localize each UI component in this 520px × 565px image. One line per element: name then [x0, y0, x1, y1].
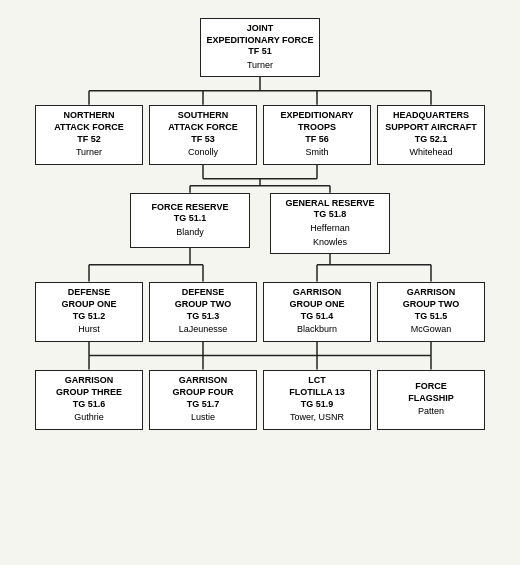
- node-line1: GARRISON: [407, 287, 456, 299]
- node-garrison-group-three: GARRISON GROUP THREE TG 51.6 Guthrie: [35, 370, 143, 430]
- node-lct-flotilla: LCT FLOTILLA 13 TG 51.9 Tower, USNR: [263, 370, 371, 430]
- node-commander: Hurst: [78, 324, 100, 336]
- node-line2: GROUP TWO: [175, 299, 231, 311]
- node-expeditionary-troops: EXPEDITIONARY TROOPS TF 56 Smith: [263, 105, 371, 165]
- l5-item-3: FORCE FLAGSHIP Patten: [377, 370, 485, 430]
- node-line1: FORCE RESERVE: [152, 202, 229, 214]
- node-line3: TG 51.5: [415, 311, 448, 323]
- node-commander: LaJeunesse: [179, 324, 228, 336]
- node-line2: ATTACK FORCE: [168, 122, 238, 134]
- node-joint-force: JOINT EXPEDITIONARY FORCE TF 51 Turner: [200, 18, 320, 77]
- node-line3: TG 51.3: [187, 311, 220, 323]
- l4-item-3: GARRISON GROUP TWO TG 51.5 McGowan: [377, 282, 485, 342]
- node-line3: TG 51.9: [301, 399, 334, 411]
- node-line3: TG 52.1: [415, 134, 448, 146]
- node-line2: GROUP FOUR: [173, 387, 234, 399]
- l2-item-3: HEADQUARTERS SUPPORT AIRCRAFT TG 52.1 Wh…: [377, 105, 485, 165]
- node-line1: DEFENSE: [182, 287, 225, 299]
- node-commander: Turner: [247, 60, 273, 72]
- node-line2: FLAGSHIP: [408, 393, 454, 405]
- node-commander: Turner: [76, 147, 102, 159]
- l4-item-1: DEFENSE GROUP TWO TG 51.3 LaJeunesse: [149, 282, 257, 342]
- node-commander: Patten: [418, 406, 444, 418]
- node-line3: TG 51.2: [73, 311, 106, 323]
- l5-item-2: LCT FLOTILLA 13 TG 51.9 Tower, USNR: [263, 370, 371, 430]
- node-line2: GROUP TWO: [403, 299, 459, 311]
- node-line2: TG 51.1: [174, 213, 207, 225]
- l2-item-0: NORTHERN ATTACK FORCE TF 52 Turner: [35, 105, 143, 165]
- node-line2: GROUP THREE: [56, 387, 122, 399]
- node-commander: Whitehead: [409, 147, 452, 159]
- node-commander2: Knowles: [313, 237, 347, 249]
- l5-item-1: GARRISON GROUP FOUR TG 51.7 Lustie: [149, 370, 257, 430]
- l4-item-2: GARRISON GROUP ONE TG 51.4 Blackburn: [263, 282, 371, 342]
- node-line2: TROOPS: [298, 122, 336, 134]
- node-line3: TG 51.4: [301, 311, 334, 323]
- node-line3: TG 51.7: [187, 399, 220, 411]
- node-commander: Blandy: [176, 227, 204, 239]
- node-line1: SOUTHERN: [178, 110, 229, 122]
- node-line1: FORCE: [415, 381, 447, 393]
- l4-item-0: DEFENSE GROUP ONE TG 51.2 Hurst: [35, 282, 143, 342]
- node-line3: TF 56: [305, 134, 329, 146]
- node-defense-group-two: DEFENSE GROUP TWO TG 51.3 LaJeunesse: [149, 282, 257, 342]
- node-commander: Heffernan: [310, 223, 349, 235]
- node-line2: ATTACK FORCE: [54, 122, 124, 134]
- node-line3: TG 51.6: [73, 399, 106, 411]
- node-southern-attack: SOUTHERN ATTACK FORCE TF 53 Conolly: [149, 105, 257, 165]
- node-line1: DEFENSE: [68, 287, 111, 299]
- node-commander: Smith: [305, 147, 328, 159]
- node-defense-group-one: DEFENSE GROUP ONE TG 51.2 Hurst: [35, 282, 143, 342]
- l2-item-1: SOUTHERN ATTACK FORCE TF 53 Conolly: [149, 105, 257, 165]
- node-force-flagship: FORCE FLAGSHIP Patten: [377, 370, 485, 430]
- node-line2: FLOTILLA 13: [289, 387, 345, 399]
- node-northern-attack: NORTHERN ATTACK FORCE TF 52 Turner: [35, 105, 143, 165]
- root-item: JOINT EXPEDITIONARY FORCE TF 51 Turner: [200, 18, 320, 77]
- level-2: NORTHERN ATTACK FORCE TF 52 Turner SOUTH…: [5, 105, 515, 165]
- node-hq-support: HEADQUARTERS SUPPORT AIRCRAFT TG 52.1 Wh…: [377, 105, 485, 165]
- node-commander: McGowan: [411, 324, 452, 336]
- level-5: GARRISON GROUP THREE TG 51.6 Guthrie GAR…: [5, 370, 515, 430]
- level-3: FORCE RESERVE TG 51.1 Blandy GENERAL RES…: [5, 193, 515, 254]
- node-force-reserve: FORCE RESERVE TG 51.1 Blandy: [130, 193, 250, 248]
- l5-item-0: GARRISON GROUP THREE TG 51.6 Guthrie: [35, 370, 143, 430]
- node-general-reserve: GENERAL RESERVE TG 51.8 Heffernan Knowle…: [270, 193, 390, 254]
- node-line1: JOINT: [247, 23, 274, 35]
- level-1: JOINT EXPEDITIONARY FORCE TF 51 Turner: [5, 18, 515, 77]
- node-line3: TF 52: [77, 134, 101, 146]
- l3-item-0: FORCE RESERVE TG 51.1 Blandy: [130, 193, 250, 248]
- node-line1: GENERAL RESERVE: [285, 198, 374, 210]
- node-line2: GROUP ONE: [290, 299, 345, 311]
- node-line1: EXPEDITIONARY: [280, 110, 353, 122]
- node-line1: NORTHERN: [64, 110, 115, 122]
- l3-item-1: GENERAL RESERVE TG 51.8 Heffernan Knowle…: [270, 193, 390, 254]
- node-garrison-group-two: GARRISON GROUP TWO TG 51.5 McGowan: [377, 282, 485, 342]
- level-4: DEFENSE GROUP ONE TG 51.2 Hurst DEFENSE …: [5, 282, 515, 342]
- node-commander: Guthrie: [74, 412, 104, 424]
- node-line2: GROUP ONE: [62, 299, 117, 311]
- node-commander: Blackburn: [297, 324, 337, 336]
- node-garrison-group-four: GARRISON GROUP FOUR TG 51.7 Lustie: [149, 370, 257, 430]
- node-commander: Conolly: [188, 147, 218, 159]
- node-line1: LCT: [308, 375, 326, 387]
- node-line3: TF 51: [248, 46, 272, 58]
- node-line1: GARRISON: [179, 375, 228, 387]
- node-commander: Tower, USNR: [290, 412, 344, 424]
- node-line1: GARRISON: [65, 375, 114, 387]
- node-line2: SUPPORT AIRCRAFT: [385, 122, 477, 134]
- node-garrison-group-one: GARRISON GROUP ONE TG 51.4 Blackburn: [263, 282, 371, 342]
- node-commander: Lustie: [191, 412, 215, 424]
- node-line3: TF 53: [191, 134, 215, 146]
- node-line2: TG 51.8: [314, 209, 347, 221]
- node-line1: GARRISON: [293, 287, 342, 299]
- org-chart: JOINT EXPEDITIONARY FORCE TF 51 Turner N…: [0, 0, 520, 440]
- node-line2: EXPEDITIONARY FORCE: [206, 35, 313, 47]
- node-line1: HEADQUARTERS: [393, 110, 469, 122]
- l2-item-2: EXPEDITIONARY TROOPS TF 56 Smith: [263, 105, 371, 165]
